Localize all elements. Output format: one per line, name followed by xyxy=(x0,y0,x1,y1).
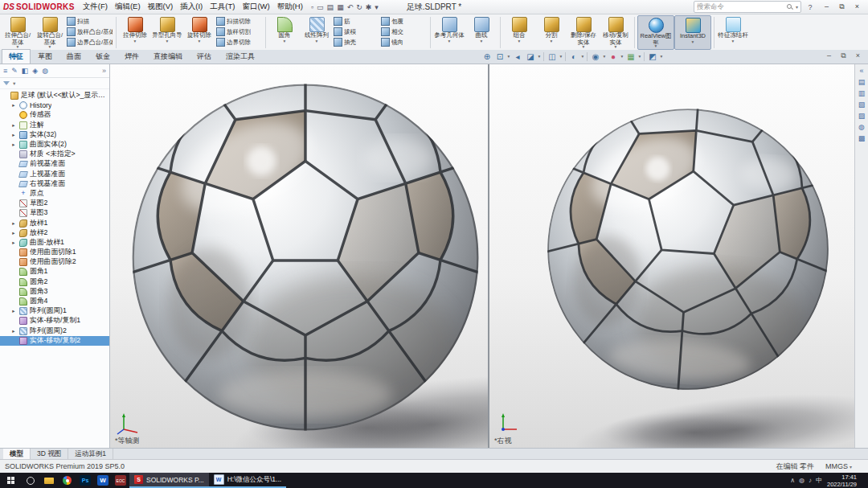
ribbon-button[interactable]: 旋转凸台/基体 ▾ xyxy=(34,15,66,50)
commandmanager-tab[interactable]: 曲面 xyxy=(59,49,88,64)
feature-tree-item[interactable]: 实体-移动/复制1 xyxy=(0,316,109,326)
feature-tree-item[interactable]: ▸ History xyxy=(0,100,109,110)
commandmanager-tab[interactable]: 直接编辑 xyxy=(146,49,190,64)
dropdown-caret-icon[interactable]: ▾ xyxy=(166,39,169,43)
doc-minimize-button[interactable]: – xyxy=(822,51,836,61)
caret-icon[interactable]: ▾ xyxy=(659,54,664,59)
hide-show-items-icon[interactable]: ◉ xyxy=(589,51,602,62)
ribbon-button[interactable]: 线性阵列 ▾ xyxy=(301,15,333,50)
ribbon-button[interactable]: 包覆 相交 镜向 ▾ xyxy=(380,15,428,50)
section-view-icon[interactable]: ◪ xyxy=(524,51,537,62)
separator[interactable] xyxy=(543,52,544,61)
ribbon-small-button[interactable]: 抽壳 xyxy=(334,37,379,47)
dropdown-caret-icon[interactable]: ▾ xyxy=(583,45,585,49)
search-caret-icon[interactable]: ▾ xyxy=(796,4,798,10)
study-tab[interactable]: 模型 xyxy=(3,449,31,459)
viewport-pane-left[interactable]: *等轴测 xyxy=(110,64,488,449)
ribbon-button[interactable]: 扫描 放样凸台/基体 边界凸台/基体 ▾ xyxy=(66,15,113,50)
ribbon-small-button[interactable]: 放样切割 xyxy=(216,27,262,37)
feature-tree-item[interactable]: 原点 xyxy=(0,189,109,199)
taskbar-window-button[interactable]: S SOLIDWORKS P... xyxy=(129,473,209,488)
study-tab[interactable]: 运动算例1 xyxy=(68,449,113,459)
dropdown-caret-icon[interactable]: ▾ xyxy=(448,39,451,43)
featuremanager-tab-icon[interactable]: ≡ xyxy=(3,67,7,75)
feature-tree-item[interactable]: 圆角2 xyxy=(0,277,109,287)
ribbon-button[interactable]: ▾ xyxy=(116,17,117,48)
feature-tree-item[interactable]: ▸ 阵列(圆周)1 xyxy=(0,306,109,316)
design-library-icon[interactable]: ▥ xyxy=(858,89,866,97)
dropdown-caret-icon[interactable]: ▾ xyxy=(316,39,318,43)
feature-tree-item[interactable]: 使用曲面切除1 xyxy=(0,248,109,257)
filter-caret-icon[interactable]: ▼ xyxy=(12,81,16,86)
dropdown-caret-icon[interactable]: ▾ xyxy=(615,45,617,49)
feature-tree-item[interactable]: 足球 (默认<<默认>_显示状态 1>) xyxy=(0,91,109,100)
feature-tree-item[interactable]: 圆角3 xyxy=(0,287,109,297)
viewport-pane-right[interactable]: *右视 xyxy=(489,64,854,449)
commandmanager-tab[interactable]: 特征 xyxy=(2,49,31,64)
ribbon-small-button[interactable]: 筋 xyxy=(334,16,379,27)
tray-icon[interactable]: ∧ xyxy=(790,477,795,484)
feature-tree-item[interactable]: 草图2 xyxy=(0,199,109,208)
taskbar-window-button[interactable]: W H:\微信公众号\1... xyxy=(209,473,287,488)
tray-icon[interactable]: 中 xyxy=(816,476,822,485)
ribbon-small-button[interactable]: 镜向 xyxy=(381,37,427,47)
menu-item[interactable]: 视图(V) xyxy=(145,1,177,13)
menu-item[interactable]: 插入(I) xyxy=(177,1,206,13)
separator[interactable] xyxy=(587,52,588,61)
feature-tree-item[interactable]: ▸ 实体(32) xyxy=(0,130,109,140)
configurationmanager-tab-icon[interactable]: ◧ xyxy=(22,67,29,75)
ribbon-button[interactable]: 圆角 ▾ xyxy=(268,15,301,50)
feature-tree-item[interactable]: 材质 <未指定> xyxy=(0,150,109,159)
undo-icon[interactable]: ↶ xyxy=(347,3,354,11)
feature-tree-item[interactable]: 上视基准面 xyxy=(0,170,109,179)
ribbon-button[interactable]: ▾ xyxy=(430,17,431,48)
eoc-icon[interactable]: EOC xyxy=(115,475,126,486)
file-explorer-icon[interactable]: ▧ xyxy=(858,100,866,109)
collapse-taskpane-icon[interactable]: « xyxy=(859,67,863,75)
tray-icon[interactable]: ◍ xyxy=(799,477,805,484)
ribbon-small-button[interactable]: 扫描切除 xyxy=(216,16,262,27)
ribbon-small-button[interactable]: 相交 xyxy=(381,27,427,37)
ribbon-small-button[interactable]: 边界切除 xyxy=(216,37,262,47)
tray-icon[interactable]: ♪ xyxy=(809,477,812,484)
displaymanager-tab-icon[interactable]: ◍ xyxy=(42,67,48,75)
view-settings-icon[interactable]: ◩ xyxy=(646,51,659,62)
tree-expander-icon[interactable]: ▸ xyxy=(10,122,17,129)
feature-tree-item[interactable]: 使用曲面切除2 xyxy=(0,257,109,267)
commandmanager-tab[interactable]: 草图 xyxy=(31,49,59,64)
tree-expander-icon[interactable]: ▸ xyxy=(10,102,17,109)
zoom-area-icon[interactable]: ⊡ xyxy=(493,51,506,62)
dropdown-caret-icon[interactable]: ▾ xyxy=(692,40,694,44)
taskbar-clock[interactable]: 17:41 2022/11/29 xyxy=(827,474,857,488)
dropdown-caret-icon[interactable]: ▾ xyxy=(518,39,521,43)
print-icon[interactable]: ▦ xyxy=(337,3,344,11)
dropdown-caret-icon[interactable]: ▾ xyxy=(655,44,657,48)
ribbon-button[interactable]: Instant3D ▾ xyxy=(674,15,711,50)
tree-expander-icon[interactable]: ▸ xyxy=(10,220,17,227)
resources-icon[interactable]: ▤ xyxy=(858,78,866,86)
separator[interactable] xyxy=(565,52,566,61)
file-explorer-icon[interactable] xyxy=(39,473,58,488)
help-icon[interactable]: ? xyxy=(805,3,815,11)
feature-tree-item[interactable]: 草图3 xyxy=(0,208,109,218)
feature-tree-item[interactable]: 实体-移动/复制2 xyxy=(0,336,109,346)
feature-tree-item[interactable]: ▸ 注解 xyxy=(0,121,109,130)
appearances-icon[interactable]: ◍ xyxy=(858,123,865,131)
restore-button[interactable]: ⧉ xyxy=(834,2,850,12)
tree-expander-icon[interactable]: ▸ xyxy=(10,308,17,314)
dropdown-caret-icon[interactable]: ▾ xyxy=(134,39,137,43)
feature-tree-item[interactable]: ▸ 曲面-放样1 xyxy=(0,238,109,248)
ribbon-button[interactable]: 分割 ▾ xyxy=(535,15,567,50)
menu-item[interactable]: 帮助(H) xyxy=(274,1,306,13)
new-icon[interactable]: ▫ xyxy=(311,3,313,11)
feature-tree-item[interactable]: 右视基准面 xyxy=(0,179,109,189)
minimize-button[interactable]: – xyxy=(819,2,834,12)
close-button[interactable]: × xyxy=(850,2,865,12)
commandmanager-tab[interactable]: 钣金 xyxy=(88,49,117,64)
ribbon-small-button[interactable]: 放样凸台/基体 xyxy=(67,27,113,37)
word-icon[interactable]: W xyxy=(97,475,108,486)
ribbon-small-button[interactable]: 扫描 xyxy=(67,16,113,27)
ribbon-button[interactable]: 拉伸凸台/基体 ▾ xyxy=(2,15,34,50)
display-style-icon[interactable]: ◐ xyxy=(567,51,580,62)
open-icon[interactable]: ▭ xyxy=(317,3,324,11)
